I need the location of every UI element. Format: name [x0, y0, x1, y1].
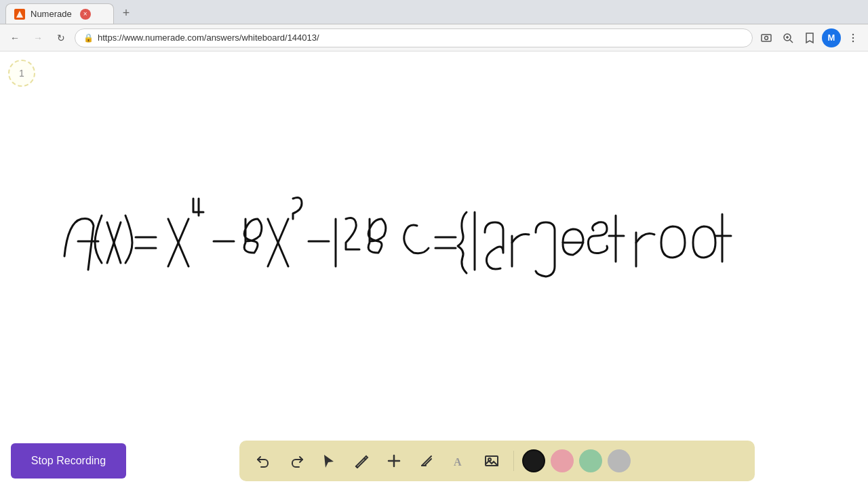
math-writing: [0, 52, 868, 488]
redo-button[interactable]: [283, 447, 310, 474]
profile-avatar[interactable]: M: [822, 28, 841, 47]
zoom-icon[interactable]: [778, 28, 797, 47]
svg-point-2: [765, 36, 768, 39]
reload-button[interactable]: ↻: [52, 28, 71, 47]
svg-point-8: [852, 37, 854, 38]
url-text: https://www.numerade.com/answers/whitebo…: [98, 33, 319, 43]
toolbar-divider: [513, 451, 514, 471]
color-swatch-black[interactable]: [522, 449, 545, 472]
text-tool-button[interactable]: A: [446, 447, 473, 474]
content-area: 1: [0, 52, 868, 488]
stop-recording-button[interactable]: Stop Recording: [11, 443, 126, 479]
tab-bar: Numerade × +: [0, 0, 868, 24]
svg-rect-1: [762, 35, 771, 41]
eraser-tool-button[interactable]: [413, 447, 440, 474]
page-number: 1: [19, 68, 24, 79]
add-element-button[interactable]: [380, 447, 408, 474]
pen-tool-button[interactable]: [348, 447, 375, 474]
svg-line-4: [790, 40, 793, 43]
svg-point-7: [852, 33, 854, 35]
address-bar[interactable]: 🔒 https://www.numerade.com/answers/white…: [75, 28, 753, 47]
svg-marker-0: [16, 11, 23, 18]
active-tab[interactable]: Numerade ×: [5, 3, 114, 24]
nav-right-actions: M: [757, 28, 863, 47]
menu-icon[interactable]: [844, 28, 863, 47]
lock-icon: 🔒: [83, 33, 94, 43]
new-tab-button[interactable]: +: [117, 3, 136, 22]
page-indicator: 1: [8, 60, 35, 87]
select-tool-button[interactable]: [315, 447, 342, 474]
screenshot-icon[interactable]: [757, 28, 776, 47]
image-tool-button[interactable]: [478, 447, 505, 474]
whiteboard[interactable]: 1: [0, 52, 868, 488]
back-button[interactable]: ←: [5, 28, 24, 47]
svg-text:A: A: [454, 456, 462, 468]
drawing-toolbar: A: [239, 441, 755, 481]
tab-favicon: [14, 9, 25, 20]
svg-point-9: [852, 40, 854, 41]
tab-title: Numerade: [31, 9, 72, 19]
bottom-bar: Stop Recording: [0, 434, 868, 488]
bookmark-icon[interactable]: [800, 28, 819, 47]
nav-bar: ← → ↻ 🔒 https://www.numerade.com/answers…: [0, 24, 868, 52]
browser-frame: Numerade × + ← → ↻ 🔒 https://www.numerad…: [0, 0, 868, 488]
color-swatch-green[interactable]: [579, 449, 602, 472]
tab-close-button[interactable]: ×: [80, 9, 91, 20]
undo-button[interactable]: [250, 447, 277, 474]
color-swatch-pink[interactable]: [551, 449, 574, 472]
forward-button[interactable]: →: [28, 28, 47, 47]
color-swatch-gray[interactable]: [608, 449, 631, 472]
